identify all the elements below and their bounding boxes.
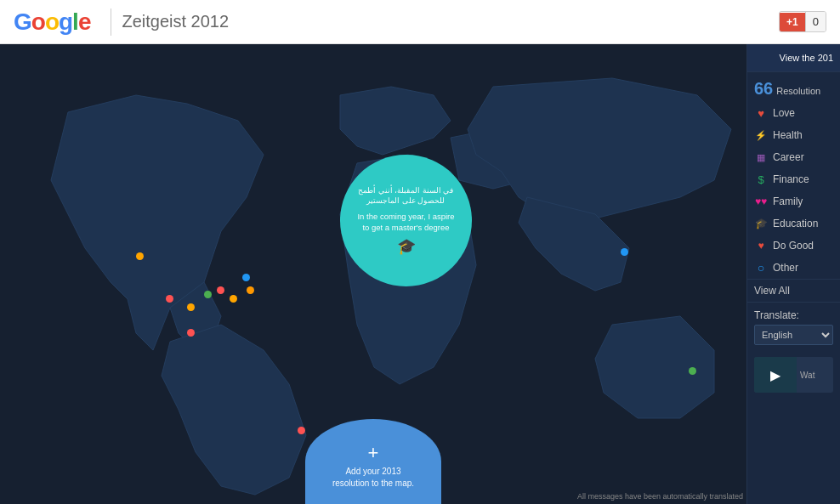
gplus-button[interactable]: +1 0 <box>779 11 826 32</box>
sidebar-item-other[interactable]: ○Other <box>747 257 840 279</box>
sidebar-label-finance: Finance <box>773 173 809 185</box>
resolutions-label: Resolution <box>776 86 820 96</box>
sidebar-item-finance[interactable]: $Finance <box>747 168 840 190</box>
play-icon: ▶ <box>770 367 780 383</box>
career-icon: ▦ <box>754 150 768 164</box>
sidebar-item-love[interactable]: ♥Love <box>747 102 840 124</box>
header: Google Zeitgeist 2012 +1 0 <box>0 0 840 44</box>
sidebar-item-dogood[interactable]: ♥Do Good <box>747 235 840 257</box>
resolutions-count-row: 66 Resolution <box>747 72 840 102</box>
sidebar-item-family[interactable]: ♥♥Family <box>747 190 840 212</box>
sidebar-label-career: Career <box>773 151 804 163</box>
translate-select[interactable]: English <box>754 325 833 345</box>
footer-note: All messages have been automatically tra… <box>577 492 743 501</box>
sidebar-item-career[interactable]: ▦Career <box>747 146 840 168</box>
google-logo: Google <box>14 8 90 36</box>
translate-section: Translate: English <box>747 302 840 352</box>
video-thumbnail[interactable]: ▶ Wat <box>754 357 833 393</box>
sidebar-label-family: Family <box>773 195 803 207</box>
map-area: في السنة المقبلة، أنني أطمح للحصول على ا… <box>0 44 746 504</box>
health-icon: ⚡ <box>754 128 768 142</box>
dogood-icon: ♥ <box>754 239 768 252</box>
sidebar-label-other: Other <box>773 262 798 274</box>
logo-g2: g <box>59 8 72 36</box>
sidebar-item-education[interactable]: 🎓Education <box>747 212 840 235</box>
logo-e: e <box>78 8 91 36</box>
education-icon: 🎓 <box>754 217 768 230</box>
main-content: في السنة المقبلة، أنني أطمح للحصول على ا… <box>0 44 840 504</box>
view-all-link[interactable]: View All <box>747 279 840 302</box>
logo-o1: o <box>31 8 45 36</box>
graduation-icon: 🎓 <box>397 237 416 256</box>
finance-icon: $ <box>754 173 768 186</box>
popup-english-text: In the coming year, I aspire to get a ma… <box>354 211 458 234</box>
gplus-badge[interactable]: +1 <box>780 13 805 31</box>
gplus-icon: +1 <box>786 16 798 28</box>
logo-g: G <box>14 8 31 36</box>
resolutions-count: 66 <box>754 79 773 99</box>
video-thumb-image: ▶ <box>754 357 797 393</box>
other-icon: ○ <box>754 261 768 275</box>
translate-label: Translate: <box>754 309 833 321</box>
add-plus-icon: + <box>368 442 379 464</box>
view-2012-link[interactable]: View the 201 <box>747 44 840 72</box>
popup-arabic-text: في السنة المقبلة، أنني أطمح للحصول على ا… <box>354 185 458 207</box>
sidebar: View the 201 66 Resolution ♥Love⚡Health▦… <box>746 44 840 504</box>
categories-list: ♥Love⚡Health▦Career$Finance♥♥Family🎓Educ… <box>747 102 840 279</box>
gplus-count: 0 <box>805 12 826 31</box>
header-divider <box>111 8 111 36</box>
sidebar-label-love: Love <box>773 107 795 119</box>
love-icon: ♥ <box>754 106 768 120</box>
add-resolution-text: Add your 2013resolution to the map. <box>332 466 414 490</box>
logo-l: l <box>72 8 78 36</box>
popup-bubble[interactable]: في السنة المقبلة، أنني أطمح للحصول على ا… <box>340 155 472 286</box>
sidebar-item-health[interactable]: ⚡Health <box>747 124 840 146</box>
sidebar-label-dogood: Do Good <box>773 240 814 252</box>
page-title: Zeitgeist 2012 <box>122 12 229 31</box>
sidebar-label-education: Education <box>773 218 818 229</box>
logo-o2: o <box>45 8 59 36</box>
add-resolution-button[interactable]: + Add your 2013resolution to the map. <box>305 419 441 504</box>
family-icon: ♥♥ <box>754 195 768 208</box>
video-thumb-label: Wat <box>797 371 818 380</box>
sidebar-label-health: Health <box>773 129 803 141</box>
